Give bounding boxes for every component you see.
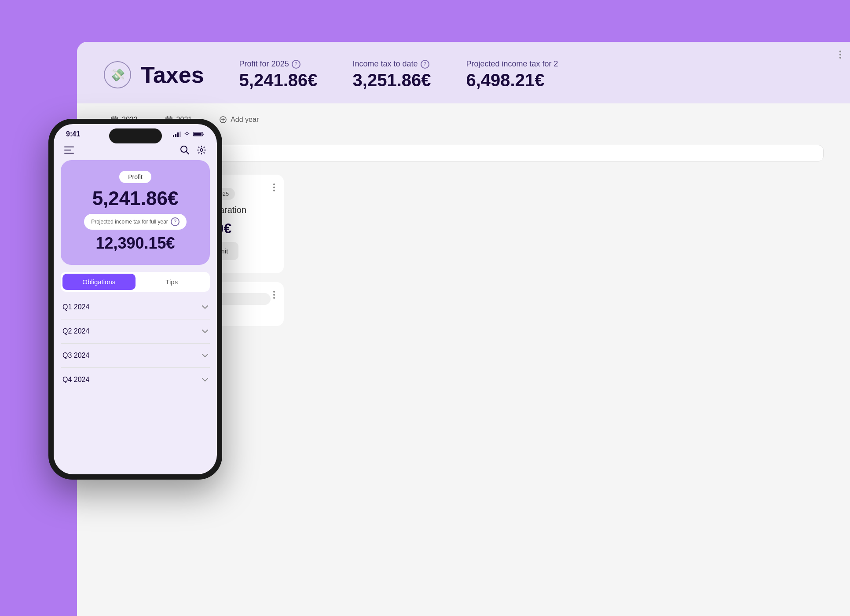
phone-icon-decoration: 💸: [65, 237, 87, 260]
title-section: 💸 Taxes: [103, 61, 204, 89]
quarter-label-q4: Q4 2024: [62, 376, 89, 384]
income-tax-label: Income tax to date ?: [353, 59, 431, 69]
quarter-list: Q1 2024 Q2 2024 Q3 2024 Q4 2024: [54, 295, 217, 392]
phone-top-bar: [54, 142, 217, 160]
profit-label: Profit for 2025 ?: [239, 59, 318, 69]
profit-value: 5,241.86€: [239, 70, 318, 90]
svg-rect-19: [177, 132, 179, 137]
svg-text:💸: 💸: [67, 240, 85, 257]
income-tax-stat: Income tax to date ? 3,251.86€: [353, 59, 431, 90]
quarter-label-q2: Q2 2024: [62, 327, 89, 335]
profit-pill: Profit: [119, 171, 151, 183]
quarter-item-q1[interactable]: Q1 2024: [61, 295, 210, 319]
quarter-label-q3: Q3 2024: [62, 352, 89, 359]
card-menu-dots-2[interactable]: [273, 291, 275, 299]
phone-projected-help-icon[interactable]: ?: [171, 217, 180, 226]
dynamic-island: [109, 128, 162, 143]
desktop-header: 💸 Taxes Profit for 2025 ? 5,241.86€ Inco…: [77, 42, 850, 103]
tab-tips[interactable]: Tips: [136, 274, 209, 290]
income-tax-value: 3,251.86€: [353, 70, 431, 90]
projected-value: 6,498.21€: [466, 70, 558, 90]
income-tax-help-icon[interactable]: ?: [421, 60, 429, 69]
svg-rect-17: [173, 135, 174, 137]
chevron-down-icon-q1: [202, 305, 208, 309]
phone-mockup: 9:41: [48, 119, 222, 480]
phone-hero: 💸 Profit 5,241.86€ Projected income tax …: [61, 160, 210, 265]
phone-time: 9:41: [66, 130, 80, 138]
phone-tabs: Obligations Tips: [61, 272, 210, 292]
phone-screen: 9:41: [54, 124, 217, 474]
desktop-title: Taxes: [141, 62, 204, 88]
chevron-down-icon-q3: [202, 354, 208, 357]
phone-projected-value: 12,390.15€: [95, 234, 175, 253]
svg-rect-20: [180, 132, 181, 137]
projected-stat: Projected income tax for 2 6,498.21€: [466, 59, 558, 90]
quarter-item-q2[interactable]: Q2 2024: [61, 319, 210, 344]
card-menu-dots-left-2[interactable]: [839, 51, 841, 59]
phone-projected-label: Projected income tax for full year ?: [84, 214, 187, 230]
tab-obligations[interactable]: Obligations: [62, 274, 136, 290]
signal-icon: [173, 132, 181, 137]
plus-circle-icon: [219, 116, 227, 124]
quarter-item-q3[interactable]: Q3 2024: [61, 344, 210, 368]
wifi-icon: [183, 132, 191, 137]
top-bar-icons: [180, 145, 206, 155]
profit-stat: Profit for 2025 ? 5,241.86€: [239, 59, 318, 90]
card-menu-dots-1[interactable]: [273, 183, 275, 191]
quarter-label-q1: Q1 2024: [62, 303, 89, 311]
battery-icon: [193, 132, 205, 137]
svg-line-24: [186, 151, 189, 154]
phone-status-icons: [173, 132, 205, 137]
svg-text:💸: 💸: [110, 68, 125, 82]
svg-rect-18: [175, 134, 176, 137]
add-year-tab[interactable]: Add year: [212, 112, 266, 127]
svg-point-25: [200, 149, 203, 151]
chevron-down-icon-q2: [202, 330, 208, 333]
chevron-down-icon-q4: [202, 378, 208, 381]
quarter-item-q4[interactable]: Q4 2024: [61, 368, 210, 392]
settings-icon[interactable]: [197, 145, 206, 155]
phone-profit-value: 5,241.86€: [92, 187, 179, 209]
hamburger-menu[interactable]: [64, 147, 74, 154]
profit-help-icon[interactable]: ?: [292, 60, 300, 69]
projected-label: Projected income tax for 2: [466, 59, 558, 69]
search-icon[interactable]: [180, 145, 190, 155]
taxes-icon: 💸: [103, 61, 132, 89]
svg-rect-22: [194, 133, 202, 136]
